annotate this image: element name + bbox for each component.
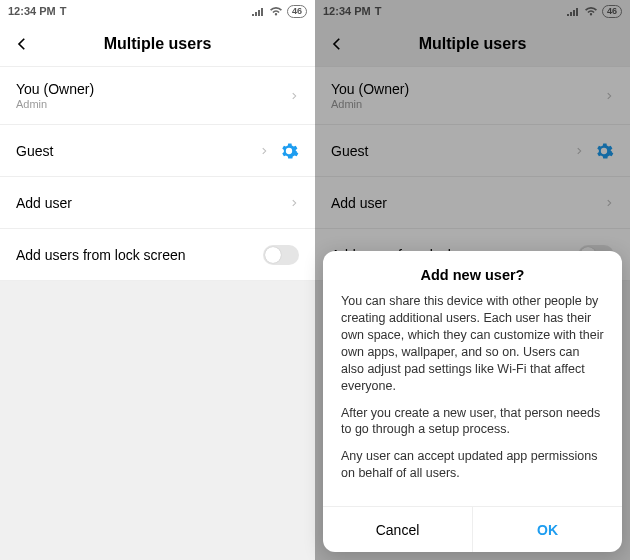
wifi-icon xyxy=(269,6,283,16)
dialog-paragraph: You can share this device with other peo… xyxy=(341,293,604,394)
row-guest-title: Guest xyxy=(16,143,253,159)
user-list: You (Owner) Admin Guest Add user Add use… xyxy=(0,66,315,281)
guest-settings-button[interactable] xyxy=(279,141,299,161)
cancel-button[interactable]: Cancel xyxy=(323,507,472,552)
row-add-title: Add user xyxy=(16,195,283,211)
chevron-right-icon xyxy=(259,144,269,158)
dialog-paragraph: Any user can accept updated app permissi… xyxy=(341,448,604,482)
chevron-left-icon xyxy=(13,35,31,53)
row-guest[interactable]: Guest xyxy=(0,125,315,177)
lock-screen-toggle[interactable] xyxy=(263,245,299,265)
row-owner[interactable]: You (Owner) Admin xyxy=(0,67,315,125)
dialog-buttons: Cancel OK xyxy=(323,506,622,552)
row-add-user[interactable]: Add user xyxy=(0,177,315,229)
carrier-icon: T xyxy=(60,5,67,17)
row-owner-sub: Admin xyxy=(16,98,283,110)
screen-left: 12:34 PM T 46 Multiple users You (Owner)… xyxy=(0,0,315,560)
gear-icon xyxy=(279,141,299,161)
row-lock-screen-users: Add users from lock screen xyxy=(0,229,315,281)
ok-button[interactable]: OK xyxy=(473,507,622,552)
back-button[interactable] xyxy=(10,32,34,56)
signal-icon xyxy=(252,6,265,16)
app-header: Multiple users xyxy=(0,22,315,66)
chevron-right-icon xyxy=(289,196,299,210)
add-user-dialog: Add new user? You can share this device … xyxy=(323,251,622,552)
screen-right: 12:34 PM T 46 Multiple users You (Owner)… xyxy=(315,0,630,560)
chevron-right-icon xyxy=(289,89,299,103)
empty-area xyxy=(0,281,315,560)
status-bar: 12:34 PM T 46 xyxy=(0,0,315,22)
battery-icon: 46 xyxy=(287,5,307,18)
status-time: 12:34 PM xyxy=(8,5,56,17)
dialog-body: You can share this device with other peo… xyxy=(323,293,622,506)
row-lock-title: Add users from lock screen xyxy=(16,247,257,263)
dialog-paragraph: After you create a new user, that person… xyxy=(341,405,604,439)
dialog-title: Add new user? xyxy=(323,251,622,293)
row-owner-title: You (Owner) xyxy=(16,81,283,97)
page-title: Multiple users xyxy=(104,35,212,53)
